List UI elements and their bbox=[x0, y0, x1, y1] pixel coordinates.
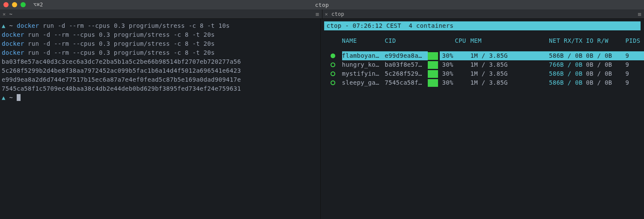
ctop-rows: flamboyan…e99d9ea8a…30%1M / 3.85G586B / … bbox=[324, 51, 641, 87]
net-rxtx: 586B / 0B bbox=[516, 51, 586, 60]
cursor: _ bbox=[17, 94, 21, 101]
command-name: docker bbox=[2, 49, 24, 56]
tab-left[interactable]: ✕ ~ ≡ bbox=[0, 9, 322, 19]
tab-left-title: ~ bbox=[9, 11, 13, 17]
output-hash: e99d9ea8a2d6d744e77517b15ec6a87a7e4ef0fe… bbox=[2, 75, 319, 84]
net-rxtx: 766B / 0B bbox=[516, 60, 586, 69]
cwd-tilde: ~ bbox=[9, 94, 13, 101]
prompt-icon: ▲ bbox=[2, 22, 6, 29]
status-cell bbox=[324, 71, 342, 76]
net-rx: 586B / 0B bbox=[549, 70, 583, 77]
cpu-bar-cell bbox=[428, 79, 440, 87]
command-name: docker bbox=[2, 40, 24, 47]
container-name: mystifyin… bbox=[342, 69, 385, 78]
cwd-tilde: ~ bbox=[9, 22, 13, 29]
terminal-line: docker run -d --rm --cpus 0.3 progrium/s… bbox=[2, 39, 319, 48]
cpu-percent: 30% bbox=[440, 51, 471, 60]
container-row[interactable]: mystifyin…5c268f529…30%1M / 3.85G586B / … bbox=[324, 69, 641, 78]
window-title: ctop bbox=[315, 2, 329, 8]
prompt-icon: ▲ bbox=[2, 94, 6, 101]
mem-usage: 1M / 3.85G bbox=[471, 69, 516, 78]
container-row[interactable]: flamboyan…e99d9ea8a…30%1M / 3.85G586B / … bbox=[324, 51, 641, 60]
running-status-icon bbox=[331, 80, 335, 85]
mem-usage: 1M / 3.85G bbox=[471, 51, 516, 60]
close-tab-icon[interactable]: ✕ bbox=[325, 11, 328, 17]
container-cid: 7545ca58f… bbox=[385, 78, 428, 87]
cpu-bar-cell bbox=[428, 70, 440, 78]
cpu-percent: 30% bbox=[440, 69, 471, 78]
tab-right[interactable]: ✕ ctop ≡ bbox=[322, 9, 644, 19]
status-cell bbox=[324, 53, 342, 58]
close-window-button[interactable] bbox=[3, 2, 9, 7]
output-hash: 5c268f5299b2d4be8f38aa7972452ac099b5fac1… bbox=[2, 66, 319, 75]
tab-bar: ✕ ~ ≡ ✕ ctop ≡ bbox=[0, 9, 644, 19]
command-name: docker bbox=[2, 31, 24, 38]
ctop-header-time: ctop - 07:26:12 CEST bbox=[327, 22, 402, 29]
mem-usage: 1M / 3.85G bbox=[471, 60, 516, 69]
container-name: hungry_ko… bbox=[342, 60, 385, 69]
net-rxtx: 586B / 0B bbox=[516, 69, 586, 78]
io-rw: 0B / 0B bbox=[586, 60, 626, 69]
pane-menu-icon[interactable]: ≡ bbox=[316, 11, 319, 17]
pane-menu-icon[interactable]: ≡ bbox=[638, 11, 641, 17]
tab-right-title: ctop bbox=[331, 11, 344, 17]
pids-count: 9 bbox=[626, 60, 644, 69]
terminal-line: docker run -d --rm --cpus 0.3 progrium/s… bbox=[2, 48, 319, 57]
col-io: IO R/W bbox=[586, 36, 626, 45]
col-mem: MEM bbox=[471, 36, 516, 45]
ctop-header-count: 4 containers bbox=[409, 22, 454, 29]
minimize-window-button[interactable] bbox=[12, 2, 17, 7]
cpu-bar bbox=[428, 70, 438, 78]
ctop-column-headers: NAME CID CPU MEM NET RX/TX IO R/W PIDS bbox=[324, 36, 641, 45]
net-rx: 766B / 0B bbox=[549, 61, 583, 68]
ctop-header: ctop - 07:26:12 CEST 4 containers bbox=[324, 21, 641, 30]
net-rxtx: 586B / 0B bbox=[516, 78, 586, 87]
col-name: NAME bbox=[342, 36, 385, 45]
col-pids: PIDS bbox=[626, 36, 644, 45]
net-rx: 586B / 0B bbox=[549, 79, 583, 86]
pids-count: 9 bbox=[626, 78, 644, 87]
cpu-bar bbox=[428, 61, 438, 69]
command-args: run -d --rm --cpus 0.3 progrium/stress -… bbox=[39, 22, 230, 29]
cpu-bar bbox=[428, 52, 438, 60]
container-row[interactable]: sleepy_ga…7545ca58f…30%1M / 3.85G586B / … bbox=[324, 78, 641, 87]
container-cid: e99d9ea8a… bbox=[385, 51, 428, 60]
io-rw: 0B / 0B bbox=[586, 78, 626, 87]
cpu-percent: 30% bbox=[440, 78, 471, 87]
status-cell bbox=[324, 62, 342, 67]
command-name: docker bbox=[17, 22, 39, 29]
output-hash: 7545ca58f1c5709ec48baa38c4db2e44deb0bd62… bbox=[2, 84, 319, 93]
maximize-window-button[interactable] bbox=[21, 2, 26, 7]
status-cell bbox=[324, 80, 342, 85]
terminal-prompt[interactable]: ▲ ~ _ bbox=[2, 93, 319, 102]
running-status-icon bbox=[331, 71, 335, 76]
command-args: run -d --rm --cpus 0.3 progrium/stress -… bbox=[24, 49, 215, 56]
io-rw: 0B / 0B bbox=[586, 69, 626, 78]
pids-count: 9 bbox=[626, 51, 644, 60]
container-row[interactable]: hungry_ko…ba03f8e57…30%1M / 3.85G766B / … bbox=[324, 60, 641, 69]
pids-count: 9 bbox=[626, 69, 644, 78]
close-tab-icon[interactable]: ✕ bbox=[3, 11, 6, 17]
container-cid: ba03f8e57… bbox=[385, 60, 428, 69]
terminal-line: docker run -d --rm --cpus 0.3 progrium/s… bbox=[2, 30, 319, 39]
output-hash: ba03f8e57ac40d3c3cec6a3dc7e2ba5b1a5c2be6… bbox=[2, 57, 319, 66]
running-status-icon bbox=[331, 53, 335, 58]
container-name: flamboyan… bbox=[342, 51, 385, 60]
mem-usage: 1M / 3.85G bbox=[471, 78, 516, 87]
net-rx: 586B / 0B bbox=[549, 52, 583, 59]
io-rw: 0B / 0B bbox=[586, 51, 626, 60]
cpu-bar-cell bbox=[428, 52, 440, 60]
window-title-bar: ⌥⌘2 ctop bbox=[0, 0, 644, 9]
cpu-bar-cell bbox=[428, 61, 440, 69]
cpu-bar bbox=[428, 79, 438, 87]
command-args: run -d --rm --cpus 0.3 progrium/stress -… bbox=[24, 40, 215, 47]
col-cpu: CPU bbox=[428, 36, 471, 45]
cpu-percent: 30% bbox=[440, 60, 471, 69]
traffic-lights bbox=[3, 2, 26, 7]
command-args: run -d --rm --cpus 0.3 progrium/stress -… bbox=[24, 31, 215, 38]
ctop-pane[interactable]: ctop - 07:26:12 CEST 4 containers NAME C… bbox=[320, 19, 644, 219]
window-shortcut-label: ⌥⌘2 bbox=[33, 2, 43, 8]
terminal-line: ▲ ~ docker run -d --rm --cpus 0.3 progri… bbox=[2, 21, 319, 30]
running-status-icon bbox=[331, 62, 335, 67]
terminal-pane[interactable]: ▲ ~ docker run -d --rm --cpus 0.3 progri… bbox=[0, 19, 320, 219]
